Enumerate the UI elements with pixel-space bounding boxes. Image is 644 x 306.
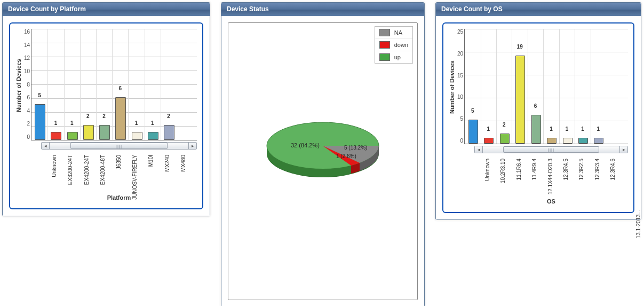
bar-value-EX4200-24T: 1 xyxy=(70,120,74,126)
pie-label-up: 32 (84.2%) xyxy=(291,142,320,148)
plot-area: 511226112 xyxy=(31,29,197,140)
category-EX4200-24T: EX4200-24T xyxy=(84,155,90,185)
bar-Unknown[interactable] xyxy=(35,104,45,140)
panel-platform: Device Count by Platform Number of Devic… xyxy=(2,2,210,216)
bar-value-EX4200-48T: 2 xyxy=(86,113,90,119)
bar-J6350[interactable] xyxy=(99,125,110,140)
bar-value-12.3R4.5: 1 xyxy=(550,126,553,132)
scroll-left-button[interactable]: ◂ xyxy=(475,146,483,153)
bar-EX4200-24T[interactable] xyxy=(67,132,78,140)
category-Unknown: Unknown xyxy=(51,155,57,177)
bar-value-EX3200-24T: 1 xyxy=(54,120,58,126)
y-axis-label: Number of Devices xyxy=(449,30,455,145)
bar-value-MX240: 1 xyxy=(151,120,154,126)
x-axis-label: Platform xyxy=(41,194,197,201)
panel-platform-title: Device Count by Platform xyxy=(3,3,210,16)
scroll-right-button[interactable]: ▸ xyxy=(188,143,196,149)
legend-label-up: up xyxy=(394,54,401,60)
bar-12.3R3.4[interactable] xyxy=(578,138,588,144)
bar-value-12.3R4.6: 1 xyxy=(597,126,600,132)
bar-EX4200-48T[interactable] xyxy=(83,125,94,140)
category-J6350: J6350 xyxy=(116,155,122,169)
bar-value-11.1R6.4: 2 xyxy=(503,122,506,128)
category-12.3R4.6: 12.3R4.6 xyxy=(610,159,616,181)
bar-value-Unknown: 5 xyxy=(38,92,41,98)
y-axis-label: Number of Devices xyxy=(15,30,22,141)
pie-label-na: 5 (13.2%) xyxy=(344,145,367,151)
bar-11.4R9.4[interactable] xyxy=(515,56,525,144)
category-M10I: M10I xyxy=(148,155,154,167)
category-12.3R3.4: 12.3R3.4 xyxy=(594,159,600,181)
legend-item-na[interactable]: NA xyxy=(375,27,412,39)
bar-value-10.2R3.10: 1 xyxy=(487,126,490,132)
panel-status: Device Status NA down up xyxy=(221,2,425,306)
bar-Unknown[interactable] xyxy=(468,120,478,144)
category-11.4R9.4: 11.4R9.4 xyxy=(531,159,537,181)
scroll-left-button[interactable]: ◂ xyxy=(42,143,50,149)
legend-item-down[interactable]: down xyxy=(375,39,412,51)
category-12.1X44-D20.3: 12.1X44-D20.3 xyxy=(547,159,553,194)
bar-value-12.3R2.5: 1 xyxy=(566,126,569,132)
bar-12.1X44-D20.3[interactable] xyxy=(531,115,541,144)
category-11.1R6.4: 11.1R6.4 xyxy=(516,159,522,181)
category-MX240: MX240 xyxy=(164,155,170,172)
bar-value-MX480: 2 xyxy=(167,113,170,119)
x-axis-label: OS xyxy=(474,198,628,205)
y-axis-ticks: 2520151050 xyxy=(457,29,463,144)
y-axis-ticks: 1614121086420 xyxy=(24,29,30,140)
pie-label-down: 1 (2.6%) xyxy=(336,153,356,159)
chart-platform: Number of Devices 1614121086420 51122611… xyxy=(9,22,203,209)
legend-label-na: NA xyxy=(394,29,402,36)
bar-12.3R4.6[interactable] xyxy=(594,138,603,144)
bar-value-J6350: 2 xyxy=(102,113,106,119)
panel-status-title: Device Status xyxy=(221,3,424,16)
bar-value-12.1X44-D20.3: 6 xyxy=(534,103,537,109)
plot-area: 5121961111 xyxy=(464,29,628,144)
category-scrollbar[interactable]: ◂ |||| ▸ xyxy=(474,146,628,153)
pie-chart[interactable]: 32 (84.2%) 5 (13.2%) 1 (2.6%) xyxy=(253,100,392,191)
bar-value-Unknown: 5 xyxy=(471,108,474,114)
category-10.2R3.10: 10.2R3.10 xyxy=(500,159,506,183)
bar-JUNOSV-FIREFLY[interactable] xyxy=(115,97,126,140)
chart-os: Number of Devices 2520151050 5121961111 … xyxy=(442,22,634,213)
category-12.3R4.5: 12.3R4.5 xyxy=(563,159,569,181)
chart-status: NA down up xyxy=(228,22,418,300)
bar-M10I[interactable] xyxy=(132,132,142,140)
bar-MX240[interactable] xyxy=(148,132,158,140)
category-Unknown: Unknown xyxy=(484,159,490,181)
bar-10.2R3.10[interactable] xyxy=(484,138,494,144)
bar-value-11.4R9.4: 19 xyxy=(517,44,523,50)
category-EX3200-24T: EX3200-24T xyxy=(67,155,73,185)
category-JUNOSV-FIREFLY: JUNOSV-FIREFLY xyxy=(132,155,138,200)
category-scrollbar[interactable]: ◂ |||| ▸ xyxy=(41,142,197,150)
category-MX480: MX480 xyxy=(180,155,186,172)
category-EX4200-48T: EX4200-48T xyxy=(100,155,106,185)
legend-label-down: down xyxy=(394,42,408,48)
bar-value-M10I: 1 xyxy=(135,120,138,126)
bar-MX480[interactable] xyxy=(164,125,174,140)
pie-legend: NA down up xyxy=(375,26,413,64)
bar-11.1R6.4[interactable] xyxy=(500,134,510,144)
bar-value-JUNOSV-FIREFLY: 6 xyxy=(119,85,122,91)
bar-value-12.3R3.4: 1 xyxy=(581,126,584,132)
scroll-right-button[interactable]: ▸ xyxy=(619,146,627,153)
panel-os-title: Device Count by OS xyxy=(436,3,641,16)
bar-12.3R2.5[interactable] xyxy=(563,138,573,144)
bar-EX3200-24T[interactable] xyxy=(51,132,61,140)
panel-os: Device Count by OS Number of Devices 252… xyxy=(435,2,641,220)
bar-12.3R4.5[interactable] xyxy=(547,138,556,144)
legend-item-up[interactable]: up xyxy=(375,51,412,63)
category-12.3R2.5: 12.3R2.5 xyxy=(578,159,584,181)
